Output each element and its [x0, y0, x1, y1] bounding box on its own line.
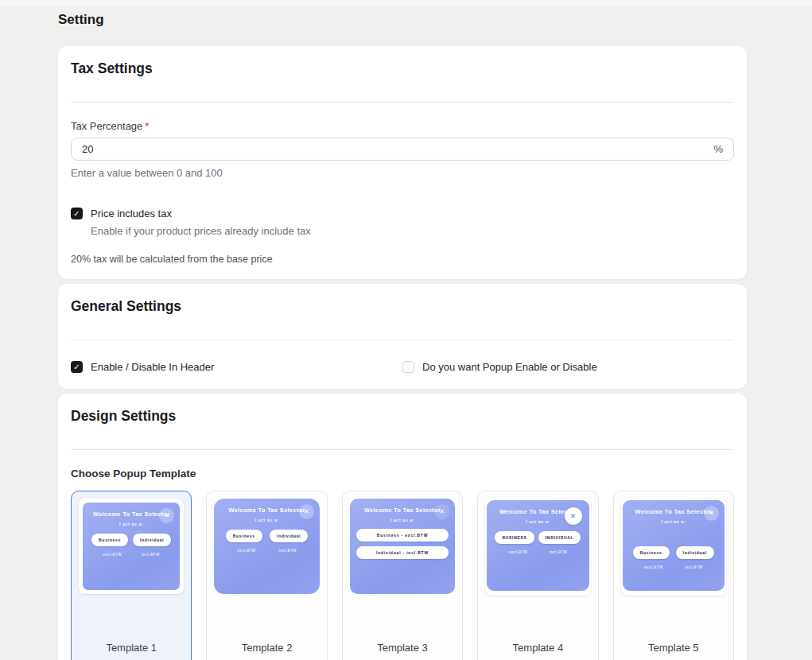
price-includes-tax-row: ✓ Price includes tax: [71, 208, 734, 219]
popup-preview: Welcome To Tax Selector ✕ I act as a: BU…: [487, 500, 589, 591]
choose-popup-template-label: Choose Popup Template: [71, 468, 734, 479]
enable-header-checkbox[interactable]: ✓: [71, 361, 83, 373]
tax-settings-card: Tax Settings Tax Percentage* % Enter a v…: [57, 45, 748, 280]
popup-frame: Welcome To Tax Selector ✕ I act as a: Bu…: [621, 499, 726, 596]
percent-suffix: %: [713, 143, 723, 155]
top-strip: [0, 0, 812, 6]
template-label: Template 3: [350, 642, 455, 660]
design-settings-card: Design Settings Choose Popup Template We…: [57, 393, 748, 660]
individual-button: INDIVIDUAL: [538, 531, 581, 544]
popup-enable-label[interactable]: Do you want Popup Enable or Disable: [422, 361, 597, 373]
price-includes-tax-checkbox[interactable]: ✓: [71, 208, 83, 219]
business-button: BUSINESS: [495, 531, 534, 544]
excl-btw-label: excl.BTW: [509, 550, 527, 554]
popup-buttons: Business Individual: [214, 530, 319, 542]
enable-header-row: ✓ Enable / Disable In Header: [71, 361, 402, 373]
close-icon: ✕: [565, 507, 582, 525]
incl-btw-label: incl.BTW: [685, 565, 702, 569]
tax-percentage-helper: Enter a value between 0 and 100: [71, 167, 734, 179]
template-label: Template 4: [485, 642, 590, 660]
template-grid: Welcome To Tax Selector ✕ I act as a: Bu…: [71, 491, 734, 660]
tax-settings-title: Tax Settings: [71, 60, 734, 76]
business-button: Business: [633, 546, 670, 559]
excl-btw-label: excl.BTW: [644, 565, 662, 569]
general-settings-row: ✓ Enable / Disable In Header Do you want…: [71, 361, 734, 375]
incl-btw-label: incl.BTW: [550, 550, 567, 554]
template-card-5[interactable]: Welcome To Tax Selector ✕ I act as a: Bu…: [613, 491, 734, 660]
close-icon: ✕: [704, 506, 719, 521]
template-label: Template 5: [621, 642, 726, 660]
tax-percentage-input-wrap: %: [71, 138, 734, 161]
individual-button: Individual: [133, 534, 171, 546]
popup-sublabels: excl.BTW incl.BTW: [214, 549, 319, 553]
popup-frame: Welcome To Tax Selector ✕ I act as a: Bu…: [79, 499, 184, 594]
general-settings-card: General Settings ✓ Enable / Disable In H…: [57, 283, 748, 390]
excl-btw-label: excl.BTW: [237, 549, 255, 553]
tax-calculation-note: 20% tax will be calculated from the base…: [71, 254, 734, 265]
required-asterisk: *: [145, 120, 149, 132]
popup-sublabels: excl.BTW incl.BTW: [623, 565, 725, 569]
business-row-button: Business - excl.BTW: [356, 529, 449, 542]
popup-buttons: Business - excl.BTW Individual - incl.BT…: [350, 529, 455, 559]
general-settings-title: General Settings: [71, 298, 734, 314]
price-includes-tax-label[interactable]: Price includes tax: [91, 208, 172, 219]
tax-percentage-label: Tax Percentage*: [71, 120, 734, 132]
popup-preview: Welcome To Tax Selector ✕ I act as a: Bu…: [350, 499, 455, 594]
template-card-4[interactable]: Welcome To Tax Selector ✕ I act as a: BU…: [477, 491, 598, 660]
popup-sublabels: excl.BTW incl.BTW: [83, 553, 180, 557]
template-label: Template 1: [79, 642, 184, 660]
incl-btw-label: incl.BTW: [279, 549, 297, 553]
close-icon: ✕: [299, 504, 314, 519]
business-button: Business: [226, 530, 262, 542]
design-settings-title: Design Settings: [71, 408, 734, 424]
incl-btw-label: incl.BTW: [142, 553, 159, 557]
popup-sublabels: excl.BTW incl.BTW: [487, 550, 589, 554]
popup-preview: Welcome To Tax Selector ✕ I act as a: Bu…: [83, 503, 180, 590]
excl-btw-label: excl.BTW: [103, 553, 121, 557]
price-includes-tax-helper: Enable if your product prices already in…: [91, 225, 734, 237]
template-label: Template 2: [214, 642, 319, 660]
page-title: Setting: [58, 12, 812, 28]
popup-preview: Welcome To Tax Selector ✕ I act as a: Bu…: [214, 499, 319, 594]
business-button: Business: [91, 534, 128, 546]
enable-header-label[interactable]: Enable / Disable In Header: [91, 361, 214, 373]
divider: [71, 340, 734, 340]
main-content: Tax Settings Tax Percentage* % Enter a v…: [57, 45, 748, 660]
divider: [71, 449, 734, 450]
popup-buttons: Business Individual: [83, 534, 180, 546]
popup-frame: Welcome To Tax Selector ✕ I act as a: BU…: [485, 499, 590, 596]
popup-enable-checkbox[interactable]: [402, 361, 414, 373]
popup-preview: Welcome To Tax Selector ✕ I act as a: Bu…: [623, 500, 725, 591]
template-card-3[interactable]: Welcome To Tax Selector ✕ I act as a: Bu…: [342, 491, 463, 660]
individual-button: Individual: [270, 530, 308, 542]
divider: [71, 102, 734, 103]
tax-percentage-input[interactable]: [71, 138, 734, 161]
individual-row-button: Individual - incl.BTW: [356, 546, 449, 559]
popup-buttons: Business Individual: [623, 546, 725, 559]
template-card-2[interactable]: Welcome To Tax Selector ✕ I act as a: Bu…: [206, 491, 327, 660]
popup-enable-row: Do you want Popup Enable or Disable: [402, 361, 734, 373]
template-card-1[interactable]: Welcome To Tax Selector ✕ I act as a: Bu…: [71, 491, 192, 660]
individual-button: Individual: [676, 546, 714, 559]
popup-buttons: BUSINESS INDIVIDUAL: [487, 531, 589, 544]
